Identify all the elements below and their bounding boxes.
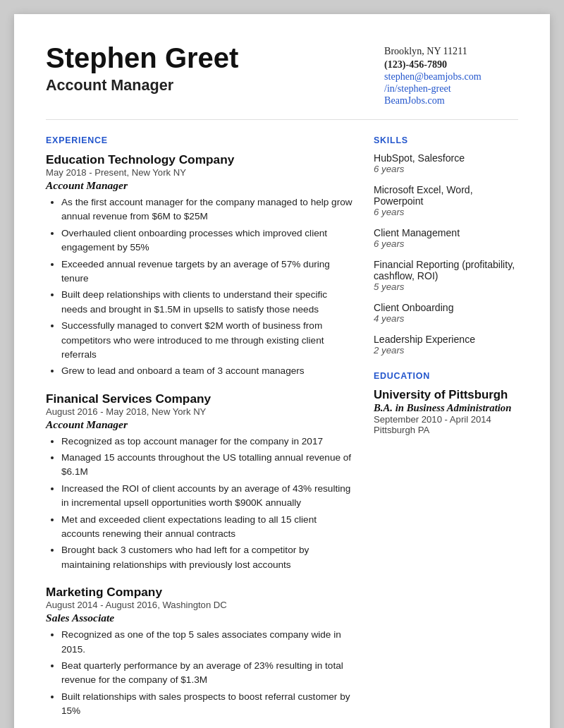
header-left: Stephen Greet Account Manager	[46, 42, 238, 95]
job-3-bullets: Recognized as one of the top 5 sales ass…	[46, 628, 352, 718]
edu-1-date: September 2010 - April 2014	[374, 414, 518, 425]
job-2-title: Account Manager	[46, 418, 352, 431]
job-3: Marketing Company August 2014 - August 2…	[46, 585, 352, 718]
bullet: Increased the ROI of client accounts by …	[61, 482, 352, 511]
education-section-label: EDUCATION	[374, 371, 518, 381]
company-2-date: August 2016 - May 2018, New York NY	[46, 406, 352, 417]
skill-4-years: 5 years	[374, 281, 518, 292]
skill-6-years: 2 years	[374, 345, 518, 356]
company-3-name: Marketing Company	[46, 585, 352, 600]
bullet: Recognized as one of the top 5 sales ass…	[61, 628, 352, 657]
body: EXPERIENCE Education Technology Company …	[46, 135, 518, 728]
bullet: Overhauled client onboarding processes w…	[61, 226, 352, 255]
job-1-title: Account Manager	[46, 179, 352, 192]
job-2-bullets: Recognized as top account manager for th…	[46, 435, 352, 573]
header: Stephen Greet Account Manager Brooklyn, …	[46, 42, 518, 120]
skill-5-years: 4 years	[374, 313, 518, 324]
bullet: Built deep relationships with clients to…	[61, 288, 352, 317]
education-section: EDUCATION University of Pittsburgh B.A. …	[374, 371, 518, 435]
bullet: Recognized as top account manager for th…	[61, 435, 352, 449]
linkedin-link[interactable]: /in/stephen-greet	[384, 83, 518, 95]
address: Brooklyn, NY 11211	[384, 45, 518, 57]
skill-4-name: Financial Reporting (profitability, cash…	[374, 259, 518, 281]
company-2-name: Finanical Services Company	[46, 392, 352, 406]
edu-1-location: Pittsburgh PA	[374, 425, 518, 435]
bullet: Brought back 3 customers who had left fo…	[61, 543, 352, 572]
skill-1-years: 6 years	[374, 164, 518, 174]
bullet: Beat quarterly performance by an average…	[61, 659, 352, 688]
bullet: Successfully managed to convert $2M wort…	[61, 319, 352, 362]
skill-1: HubSpot, Salesforce 6 years	[374, 152, 518, 174]
skill-5: Client Onboarding 4 years	[374, 302, 518, 324]
header-right: Brooklyn, NY 11211 (123)-456-7890 stephe…	[384, 42, 518, 107]
bullet: Grew to lead and onboard a team of 3 acc…	[61, 364, 352, 378]
bullet: Exceeded annual revenue targets by an av…	[61, 257, 352, 286]
bullet: As the first account manager for the com…	[61, 195, 352, 224]
bullet: Built relationships with sales prospects…	[61, 690, 352, 719]
skill-6: Leadership Experience 2 years	[374, 334, 518, 356]
resume-page: Stephen Greet Account Manager Brooklyn, …	[14, 14, 550, 728]
skill-4: Financial Reporting (profitability, cash…	[374, 259, 518, 292]
job-3-title: Sales Associate	[46, 612, 352, 624]
job-1: Education Technology Company May 2018 - …	[46, 152, 352, 379]
skill-2: Microsoft Excel, Word, Powerpoint 6 year…	[374, 184, 518, 217]
skill-1-name: HubSpot, Salesforce	[374, 152, 518, 164]
right-column: SKILLS HubSpot, Salesforce 6 years Micro…	[374, 135, 518, 728]
job-2: Finanical Services Company August 2016 -…	[46, 392, 352, 573]
skill-3-name: Client Management	[374, 227, 518, 238]
company-3-date: August 2014 - August 2016, Washington DC	[46, 600, 352, 610]
skill-6-name: Leadership Experience	[374, 334, 518, 345]
left-column: EXPERIENCE Education Technology Company …	[46, 135, 352, 728]
skills-section-label: SKILLS	[374, 135, 518, 145]
edu-1: University of Pittsburgh B.A. in Busines…	[374, 388, 518, 435]
experience-section-label: EXPERIENCE	[46, 135, 352, 145]
job-1-bullets: As the first account manager for the com…	[46, 195, 352, 379]
skill-3-years: 6 years	[374, 238, 518, 249]
skill-5-name: Client Onboarding	[374, 302, 518, 313]
bullet: Managed 15 accounts throughout the US to…	[61, 451, 352, 480]
candidate-name: Stephen Greet	[46, 42, 238, 73]
skill-3: Client Management 6 years	[374, 227, 518, 249]
candidate-title: Account Manager	[46, 76, 238, 95]
bullet: Met and exceeded client expectations lea…	[61, 513, 352, 542]
edu-1-degree: B.A. in Business Administration	[374, 402, 518, 414]
skills-section: SKILLS HubSpot, Salesforce 6 years Micro…	[374, 135, 518, 356]
website-link[interactable]: BeamJobs.com	[384, 95, 518, 107]
company-1-name: Education Technology Company	[46, 152, 352, 167]
edu-1-school: University of Pittsburgh	[374, 388, 518, 402]
phone: (123)-456-7890	[384, 59, 518, 71]
skill-2-name: Microsoft Excel, Word, Powerpoint	[374, 184, 518, 207]
company-1-date: May 2018 - Present, New York NY	[46, 167, 352, 178]
email-link[interactable]: stephen@beamjobs.com	[384, 71, 518, 83]
skill-2-years: 6 years	[374, 207, 518, 217]
